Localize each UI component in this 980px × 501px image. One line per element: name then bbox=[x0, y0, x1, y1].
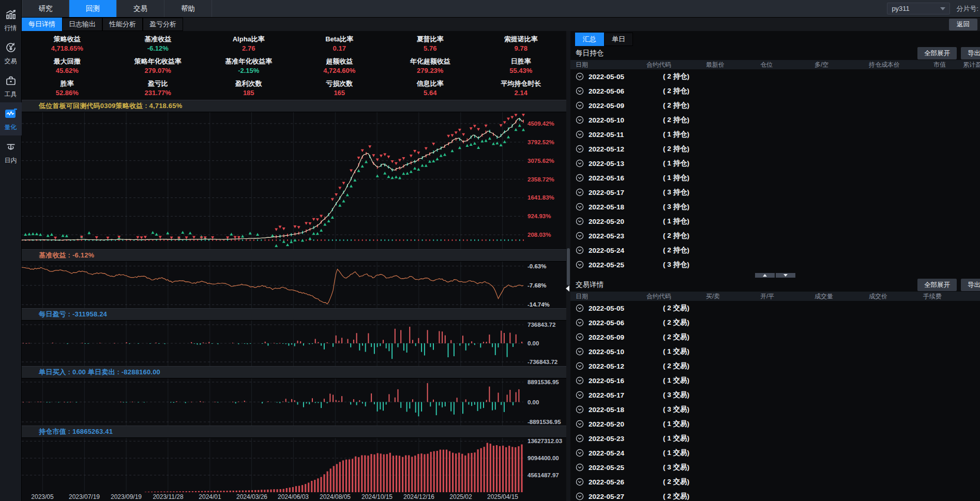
position-row[interactable]: 2022-05-11( 1 持仓) bbox=[570, 127, 980, 142]
expand-circle-icon[interactable] bbox=[576, 347, 584, 356]
trade-row[interactable]: 2022-05-18( 3 交易) bbox=[570, 402, 980, 417]
expand-circle-icon[interactable] bbox=[576, 478, 584, 486]
strategy-equity-plot[interactable]: 4509.42%3792.52%3075.62%2358.72%1641.83%… bbox=[22, 112, 566, 249]
expand-circle-icon[interactable] bbox=[576, 434, 584, 443]
trade-row[interactable]: 2022-05-20( 1 交易) bbox=[570, 417, 980, 431]
scrollbar-thumb[interactable] bbox=[567, 248, 570, 285]
tab-盈亏分析[interactable]: 盈亏分析 bbox=[143, 18, 183, 31]
expand-circle-icon[interactable] bbox=[576, 87, 584, 95]
expand-circle-icon[interactable] bbox=[576, 405, 584, 414]
trade-row[interactable]: 2022-05-26( 2 交易) bbox=[570, 475, 980, 489]
position-row[interactable]: 2022-05-23( 2 持仓) bbox=[570, 229, 980, 243]
menu-item-帮助[interactable]: 帮助 bbox=[164, 0, 212, 17]
expand-circle-icon[interactable] bbox=[576, 333, 584, 341]
trade-row[interactable]: 2022-05-17( 3 交易) bbox=[570, 388, 980, 402]
stat-label: Alpha比率 bbox=[233, 35, 265, 44]
column-header-仓位: 仓位 bbox=[760, 60, 815, 69]
daily-pnl-plot[interactable]: 736843.720.00-736843.72 bbox=[22, 321, 566, 366]
expand-circle-icon[interactable] bbox=[576, 217, 584, 225]
position-row[interactable]: 2022-05-24( 2 持仓) bbox=[570, 243, 980, 257]
sidebar-item-工具[interactable]: 工具 bbox=[0, 69, 22, 102]
positions-expand-all-button[interactable]: 全部展开 bbox=[917, 47, 957, 59]
expand-circle-icon[interactable] bbox=[576, 449, 584, 457]
sidebar-item-日内[interactable]: 日内 bbox=[0, 135, 22, 169]
benchmark-plot[interactable]: -0.63%-7.68%-14.74% bbox=[22, 262, 566, 308]
back-button[interactable]: 返回 bbox=[949, 19, 977, 31]
expand-circle-icon[interactable] bbox=[576, 130, 584, 139]
positions-export-button[interactable]: 导出 bbox=[961, 47, 980, 59]
tab-性能分析[interactable]: 性能分析 bbox=[102, 18, 143, 31]
position-value-plot[interactable]: 13627312.039094400.004561487.97 bbox=[22, 438, 566, 492]
expand-circle-icon[interactable] bbox=[576, 362, 584, 370]
position-row[interactable]: 2022-05-12( 2 持仓) bbox=[570, 142, 980, 156]
position-row[interactable]: 2022-05-16( 1 持仓) bbox=[570, 171, 980, 185]
expand-circle-icon[interactable] bbox=[576, 261, 584, 269]
trade-row[interactable]: 2022-05-06( 2 交易) bbox=[570, 315, 980, 330]
expand-circle-icon[interactable] bbox=[576, 116, 584, 124]
position-row[interactable]: 2022-05-17( 3 持仓) bbox=[570, 185, 980, 200]
expand-circle-icon[interactable] bbox=[576, 318, 584, 327]
vertical-scrollbar[interactable] bbox=[566, 31, 570, 501]
trade-row[interactable]: 2022-05-12( 2 交易) bbox=[570, 359, 980, 373]
scroll-down-button[interactable] bbox=[776, 273, 795, 278]
svg-text:-14.74%: -14.74% bbox=[527, 301, 550, 308]
trade-yen-icon bbox=[5, 41, 17, 56]
tab-汇总[interactable]: 汇总 bbox=[575, 33, 604, 46]
tab-每日详情[interactable]: 每日详情 bbox=[22, 18, 62, 31]
expand-row-icon bbox=[576, 391, 584, 399]
position-row[interactable]: 2022-05-09( 2 持仓) bbox=[570, 98, 980, 113]
expand-circle-icon[interactable] bbox=[576, 174, 584, 182]
expand-circle-icon[interactable] bbox=[576, 304, 584, 312]
trade-row[interactable]: 2022-05-16( 1 交易) bbox=[570, 373, 980, 388]
tab-日志输出[interactable]: 日志输出 bbox=[62, 18, 102, 31]
menu-item-研究[interactable]: 研究 bbox=[22, 0, 69, 17]
position-row[interactable]: 2022-05-05( 2 持仓) bbox=[570, 69, 980, 84]
trade-row[interactable]: 2022-05-24( 1 交易) bbox=[570, 446, 980, 460]
expand-circle-icon[interactable] bbox=[576, 72, 584, 81]
expand-circle-icon[interactable] bbox=[576, 246, 584, 254]
chart-section-position-value: 持仓市值 : 16865263.4113627312.039094400.004… bbox=[22, 426, 566, 501]
chart-section-daily-buy-sell: 单日买入 : 0.00 单日卖出 : -8288160.008891536.95… bbox=[22, 366, 566, 426]
tab-单日[interactable]: 单日 bbox=[604, 33, 633, 46]
stat-信息比率: 信息比率5.64 bbox=[385, 77, 476, 99]
menu-item-回测[interactable]: 回测 bbox=[69, 0, 117, 17]
expand-row-icon bbox=[576, 347, 584, 356]
trades-export-button[interactable]: 导出 bbox=[961, 279, 980, 291]
expand-circle-icon[interactable] bbox=[576, 232, 584, 240]
position-row[interactable]: 2022-05-18( 3 持仓) bbox=[570, 200, 980, 214]
sidebar-item-行情[interactable]: 行情 bbox=[0, 3, 22, 36]
trade-row[interactable]: 2022-05-09( 2 交易) bbox=[570, 330, 980, 344]
expand-circle-icon[interactable] bbox=[576, 145, 584, 153]
trade-row[interactable]: 2022-05-10( 1 交易) bbox=[570, 344, 980, 359]
expand-circle-icon[interactable] bbox=[576, 420, 584, 428]
panel-collapse-icon[interactable] bbox=[566, 285, 569, 292]
position-row[interactable]: 2022-05-20( 1 持仓) bbox=[570, 214, 980, 229]
sidebar-item-量化[interactable]: 量化 bbox=[0, 102, 22, 135]
expand-circle-icon[interactable] bbox=[576, 492, 584, 500]
stat-label: 策略年化收益率 bbox=[134, 57, 182, 66]
python-env-select[interactable]: py311 bbox=[887, 3, 950, 14]
daily-buy-sell-plot[interactable]: 8891536.950.00-8891536.95 bbox=[22, 378, 566, 426]
position-row[interactable]: 2022-05-13( 1 持仓) bbox=[570, 156, 980, 171]
expand-circle-icon[interactable] bbox=[576, 159, 584, 168]
expand-circle-icon[interactable] bbox=[576, 463, 584, 472]
menu-item-交易[interactable]: 交易 bbox=[117, 0, 164, 17]
trade-row[interactable]: 2022-05-25( 3 交易) bbox=[570, 460, 980, 475]
trade-row[interactable]: 2022-05-23( 1 交易) bbox=[570, 431, 980, 446]
trades-expand-all-button[interactable]: 全部展开 bbox=[917, 279, 957, 291]
expand-circle-icon[interactable] bbox=[576, 203, 584, 211]
sidebar-item-交易[interactable]: 交易 bbox=[0, 36, 22, 69]
expand-row-icon bbox=[576, 434, 584, 443]
row-date: 2022-05-09 bbox=[589, 333, 663, 341]
expand-circle-icon[interactable] bbox=[576, 101, 584, 110]
position-row[interactable]: 2022-05-06( 2 持仓) bbox=[570, 84, 980, 98]
expand-circle-icon[interactable] bbox=[576, 391, 584, 399]
stat-value: 45.62% bbox=[56, 67, 79, 74]
trade-row[interactable]: 2022-05-05( 2 交易) bbox=[570, 301, 980, 315]
position-row[interactable]: 2022-05-10( 2 持仓) bbox=[570, 113, 980, 127]
expand-circle-icon[interactable] bbox=[576, 188, 584, 196]
scroll-up-button[interactable] bbox=[755, 273, 775, 278]
expand-circle-icon[interactable] bbox=[576, 376, 584, 385]
position-row[interactable]: 2022-05-25( 3 持仓) bbox=[570, 257, 980, 272]
trade-row[interactable]: 2022-05-27( 2 交易) bbox=[570, 489, 980, 501]
